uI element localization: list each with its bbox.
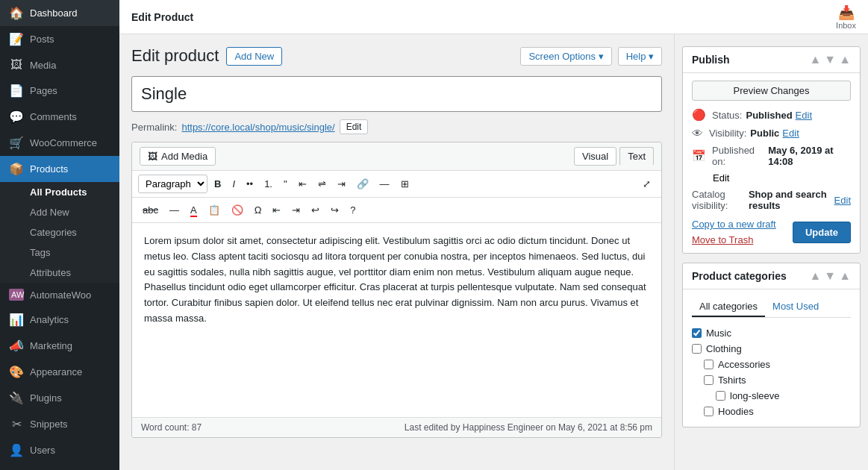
help-button[interactable]: Help ▾ [618,47,662,66]
italic-button[interactable]: I [228,175,240,192]
add-media-icon: 🖼 [148,151,157,162]
word-count: Word count: 87 [141,422,202,433]
undo-button[interactable]: ↩ [307,201,324,219]
status-icon: 🔴 [692,108,706,122]
post-title-input[interactable] [131,76,662,112]
add-media-button[interactable]: 🖼 Add Media [140,147,216,166]
sidebar-item-users[interactable]: 👤 Users [0,437,119,463]
sidebar-item-plugins[interactable]: 🔌 Plugins [0,385,119,411]
sidebar-item-analytics[interactable]: 📊 Analytics [0,307,119,333]
paragraph-select[interactable]: Paragraph [138,175,207,193]
publish-metabox-controls[interactable]: ▲ ▼ ▲ [809,53,851,66]
unordered-list-button[interactable]: •• [242,175,257,192]
catalog-visibility-edit-link[interactable]: Edit [834,195,851,206]
submenu-all-products[interactable]: All Products [0,182,119,202]
category-music-checkbox[interactable] [692,328,702,338]
move-trash-link[interactable]: Move to Trash [692,234,753,245]
redo-button[interactable]: ↪ [326,201,343,219]
sidebar-item-dashboard[interactable]: 🏠 Dashboard [0,0,119,26]
categories-metabox-title: Product categories [692,270,787,282]
visibility-icon: 👁 [692,127,703,140]
horizontal-rule-button[interactable]: — [165,201,184,219]
category-long-sleeve-checkbox[interactable] [716,391,725,401]
publish-metabox-header[interactable]: Publish ▲ ▼ ▲ [683,47,860,73]
sidebar-item-comments[interactable]: 💬 Comments [0,104,119,130]
inbox-button[interactable]: 📥 Inbox [836,4,856,30]
all-categories-tab[interactable]: All categories [692,297,765,317]
category-long-sleeve: long-sleeve [692,388,851,404]
sidebar-item-posts[interactable]: 📝 Posts [0,26,119,52]
keyboard-shortcuts-button[interactable]: ? [346,201,360,219]
update-button[interactable]: Update [793,222,851,243]
add-new-button[interactable]: Add New [226,47,282,66]
cat-toggle-icon[interactable]: ▲ [839,269,851,283]
submenu-categories[interactable]: Categories [0,222,119,242]
categories-metabox-header[interactable]: Product categories ▲ ▼ ▲ [683,263,860,289]
sidebar-item-media[interactable]: 🖼 Media [0,52,119,78]
submenu-add-new[interactable]: Add New [0,202,119,222]
sidebar-item-snippets[interactable]: ✂ Snippets [0,411,119,437]
category-hoodies-checkbox[interactable] [704,407,714,416]
submenu-attributes[interactable]: Attributes [0,263,119,283]
editor-tabs: Visual Text [574,147,654,166]
read-more-button[interactable]: — [375,175,394,192]
sidebar-item-appearance[interactable]: 🎨 Appearance [0,359,119,385]
sidebar-item-woocommerce[interactable]: 🛒 WooCommerce [0,130,119,156]
cat-collapse-down-icon[interactable]: ▼ [824,269,836,283]
editor-box: 🖼 Add Media Visual Text Paragraph B I [131,142,662,438]
indent-button[interactable]: ⇥ [287,201,305,219]
sidebar-item-products[interactable]: 📦 Products [0,156,119,182]
products-submenu: All Products Add New Categories Tags Att… [0,182,119,283]
clear-format-button[interactable]: 🚫 [227,201,248,219]
align-left-button[interactable]: ⇤ [294,175,311,192]
visibility-edit-link[interactable]: Edit [782,128,799,139]
link-button[interactable]: 🔗 [352,175,373,192]
page-header: Edit product Add New Screen Options ▾ He… [131,46,662,66]
editor-area: Edit product Add New Screen Options ▾ He… [119,34,674,470]
paste-text-button[interactable]: 📋 [204,201,225,219]
sidebar-item-marketing[interactable]: 📣 Marketing [0,333,119,359]
status-row: 🔴 Status: Published Edit [692,108,851,122]
font-color-button[interactable]: A [186,201,202,219]
editor-content[interactable]: Lorem ipsum dolor sit amet, consectetur … [132,223,661,417]
publish-metabox-title: Publish [692,54,730,66]
text-tab[interactable]: Text [619,147,654,166]
outdent-button[interactable]: ⇤ [268,201,285,219]
category-music: Music [692,325,851,341]
draft-trash-links: Copy to a new draft Move to Trash [692,219,776,245]
strikethrough-button[interactable]: abc [138,201,163,219]
toggle-icon[interactable]: ▲ [839,53,851,66]
calendar-icon: 📅 [692,149,706,163]
visual-tab[interactable]: Visual [574,147,616,166]
status-edit-link[interactable]: Edit [796,110,812,121]
ordered-list-button[interactable]: 1. [260,175,277,192]
screen-options-button[interactable]: Screen Options ▾ [520,47,611,66]
visibility-row: 👁 Visibility: Public Edit [692,127,851,140]
fullscreen-button[interactable]: ⤢ [638,175,655,192]
most-used-tab[interactable]: Most Used [765,297,826,317]
category-clothing-checkbox[interactable] [692,344,702,354]
sidebar-item-automatewoo[interactable]: AW AutomateWoo [0,283,119,307]
analytics-icon: 📊 [9,313,24,327]
special-chars-button[interactable]: Ω [250,201,266,219]
category-tshirts-checkbox[interactable] [704,375,714,385]
collapse-up-icon[interactable]: ▲ [809,53,821,66]
edit-permalink-button[interactable]: Edit [340,119,369,134]
collapse-down-icon[interactable]: ▼ [824,53,836,66]
category-accessories-checkbox[interactable] [704,360,714,369]
submenu-tags[interactable]: Tags [0,242,119,263]
published-edit-link[interactable]: Edit [713,172,729,184]
bold-button[interactable]: B [210,175,225,192]
cat-collapse-up-icon[interactable]: ▲ [809,269,821,283]
copy-draft-link[interactable]: Copy to a new draft [692,219,776,230]
sidebar-item-pages[interactable]: 📄 Pages [0,78,119,104]
align-right-button[interactable]: ⇥ [333,175,350,192]
blockquote-button[interactable]: " [279,175,292,192]
last-edited: Last edited by Happiness Engineer on May… [405,422,652,433]
published-row: 📅 Published on: May 6, 2019 at 14:08 [692,145,851,167]
permalink-link[interactable]: https://core.local/shop/music/single/ [181,122,334,133]
preview-button[interactable]: Preview Changes [692,81,851,101]
toolbar-toggle-button[interactable]: ⊞ [396,175,413,192]
align-center-button[interactable]: ⇌ [313,175,331,192]
categories-metabox-controls[interactable]: ▲ ▼ ▲ [809,269,851,283]
